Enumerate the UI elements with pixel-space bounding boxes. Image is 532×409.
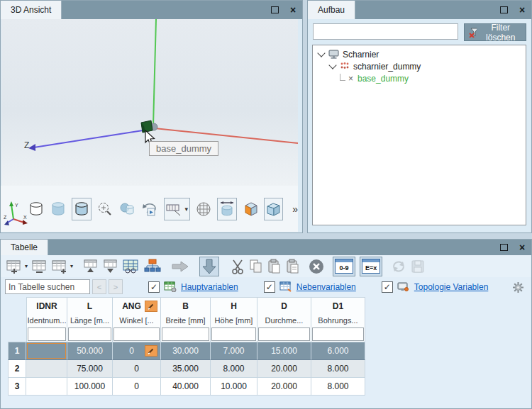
hauptvariablen-link[interactable]: Hauptvariablen [181,282,238,292]
table-cell-selected[interactable] [26,342,67,360]
column-header[interactable]: B [161,297,211,314]
table-cell[interactable]: 10.000 [211,378,257,396]
settings-gear-icon[interactable] [512,281,524,293]
table-cell[interactable]: 15.000 [257,342,311,360]
table-cell[interactable]: 50.000 [67,342,113,360]
paste-icon[interactable] [267,258,282,275]
toolbar-overflow-button[interactable]: » [292,203,298,215]
delete-icon[interactable] [309,258,324,275]
table-cell[interactable]: 0 [113,342,161,360]
zoom-icon[interactable] [96,200,113,218]
maximize-button[interactable] [494,240,513,255]
mesh-shading-icon[interactable] [195,200,212,218]
column-filter-input[interactable] [211,327,256,341]
dropdown-arrow-icon[interactable]: ▾ [70,258,73,275]
tree-item-scharnier-dummy[interactable]: scharnier_dummy [314,60,524,72]
apply-arrow-icon[interactable] [171,258,189,275]
maximize-button[interactable] [265,1,284,19]
import-down-arrow-icon[interactable] [199,257,219,276]
table-cell[interactable]: 30.000 [161,342,211,360]
column-filter-input[interactable] [113,327,160,341]
row-down-icon[interactable] [103,258,118,275]
table-cell[interactable]: 8.000 [211,360,257,378]
insert-table-icon[interactable] [52,258,67,275]
table-cell[interactable] [26,378,67,396]
table-cell[interactable]: 75.000 [67,360,113,378]
row-up-icon[interactable] [83,258,99,275]
row-number[interactable]: 1 [8,342,26,360]
close-button[interactable]: × [513,1,531,19]
save-icon[interactable] [411,258,425,275]
table-cell[interactable]: 8.000 [311,360,365,378]
column-header[interactable]: ANG [113,297,161,314]
remove-table-icon[interactable] [32,258,48,275]
topologie-variablen-link[interactable]: Topologie Variablen [414,282,489,292]
topologie-variablen-checkbox[interactable]: ✓ [382,281,393,293]
measure-dropdown[interactable]: ▾ [164,198,191,220]
column-filter-input[interactable] [162,327,209,341]
nebenvariablen-checkbox[interactable]: ✓ [264,281,275,293]
dimension-cylinder-icon[interactable] [217,198,237,220]
edit-badge-icon[interactable] [145,345,157,357]
formula-view-icon[interactable]: E=x [360,257,382,276]
column-filter-input[interactable] [28,327,66,341]
table-cell[interactable]: 6.000 [311,342,365,360]
table-cell[interactable]: 0 [113,378,161,396]
clear-filter-button[interactable]: Filter löschen [464,23,526,41]
solid-cube-icon[interactable] [264,198,284,220]
tab-3d-ansicht[interactable]: 3D Ansicht [1,1,62,19]
wireframe-cylinder-icon[interactable] [28,200,45,218]
transparency-icon[interactable] [118,200,135,218]
structure-tree-icon[interactable] [144,258,161,275]
close-button[interactable]: × [513,240,531,255]
expand-chevron-icon[interactable] [328,61,336,69]
maximize-button[interactable] [494,1,513,19]
digits-view-icon[interactable]: 0-9 [333,257,355,276]
column-header[interactable]: IDNR [26,297,67,314]
table-cell[interactable]: 0 [113,360,161,378]
column-filter-input[interactable] [68,327,111,341]
paste-special-icon[interactable] [286,258,300,275]
rotate-view-icon[interactable] [140,200,159,218]
tree-item-scharnier[interactable]: Scharnier [314,48,524,60]
table-row: 3 100.000 0 40.000 10.000 20.000 8.000 [8,378,365,396]
search-next-button[interactable]: > [109,279,123,294]
table-cell[interactable]: 20.000 [257,360,311,378]
table-cell[interactable]: 35.000 [161,360,211,378]
column-filter-input[interactable] [312,327,364,341]
expand-chevron-icon[interactable] [317,49,325,57]
shaded-outline-cylinder-icon[interactable] [72,198,92,220]
preview-table-icon[interactable] [123,258,140,275]
column-header[interactable]: D1 [311,297,365,314]
table-cell[interactable]: 8.000 [311,378,365,396]
edit-badge-icon[interactable] [145,301,157,312]
search-prev-button[interactable]: < [92,279,106,294]
tab-aufbau[interactable]: Aufbau [308,1,355,19]
close-button[interactable]: × [284,1,302,19]
hauptvariablen-checkbox[interactable]: ✓ [148,281,160,293]
row-number[interactable]: 2 [8,360,26,378]
refresh-icon[interactable] [391,258,406,275]
3d-viewport[interactable]: Z base_dummy [1,19,298,187]
table-cell[interactable] [26,360,67,378]
column-header[interactable]: L [67,297,113,314]
column-header[interactable]: D [257,297,311,314]
table-search-input[interactable] [5,279,90,294]
row-number[interactable]: 3 [8,378,26,396]
table-cell[interactable]: 7.000 [211,342,257,360]
table-cell[interactable]: 40.000 [161,378,211,396]
cut-icon[interactable] [231,258,245,275]
structure-filter-input[interactable] [313,23,458,40]
dropdown-arrow-icon[interactable]: ▾ [25,258,28,275]
shaded-cylinder-icon[interactable] [50,200,67,218]
tree-item-base-dummy[interactable]: × base_dummy [314,72,524,84]
table-cell[interactable]: 100.000 [67,378,113,396]
column-filter-input[interactable] [258,327,310,341]
face-selection-icon[interactable] [242,200,259,218]
nebenvariablen-link[interactable]: Nebenvariablen [297,282,356,292]
column-header[interactable]: H [211,297,257,314]
table-cell[interactable]: 20.000 [257,378,311,396]
copy-icon[interactable] [249,258,263,275]
add-table-icon[interactable] [6,258,22,275]
tab-tabelle[interactable]: Tabelle [1,240,48,255]
